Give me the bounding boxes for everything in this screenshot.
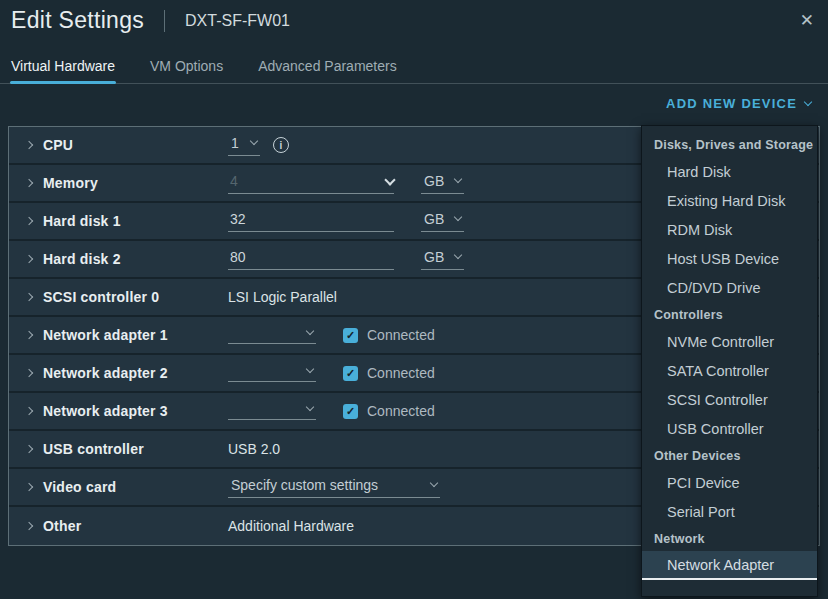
disk-size-input-wrap (228, 249, 394, 270)
other-hardware-value: Additional Hardware (228, 518, 354, 534)
menu-item-rdm-disk[interactable]: RDM Disk (642, 215, 817, 244)
connected-checkbox[interactable]: ✓ (343, 404, 358, 419)
row-expand-icon[interactable] (25, 483, 33, 491)
network-adapter-3-select[interactable] (228, 402, 316, 420)
chevron-down-icon (804, 97, 812, 105)
edit-settings-dialog: { "dialog": { "title": "Edit Settings", … (0, 0, 828, 599)
menu-item-scsi-controller[interactable]: SCSI Controller (642, 385, 817, 414)
network-adapter-2-select[interactable] (228, 364, 316, 382)
tab-label: VM Options (150, 58, 223, 74)
hard-disk-2-unit-select[interactable]: GB (421, 249, 464, 270)
menu-item-network-adapter[interactable]: Network Adapter (642, 551, 817, 580)
memory-unit-value: GB (424, 173, 444, 189)
row-label-cell: Video card (9, 479, 228, 495)
hard-disk-1-unit-select[interactable]: GB (421, 211, 464, 232)
row-expand-icon[interactable] (25, 522, 33, 530)
chevron-down-icon (306, 327, 314, 335)
row-label: Network adapter 2 (43, 365, 168, 381)
chevron-down-icon (430, 479, 438, 487)
tab-bar: Virtual Hardware VM Options Advanced Par… (0, 58, 828, 84)
tab-virtual-hardware[interactable]: Virtual Hardware (10, 58, 116, 83)
active-tab-underline (10, 81, 116, 84)
row-label: Video card (43, 479, 116, 495)
disk-unit-value: GB (424, 249, 444, 265)
row-label: Hard disk 2 (43, 251, 121, 267)
row-label-cell: Network adapter 3 (9, 403, 228, 419)
memory-input-wrap (228, 173, 394, 194)
video-card-value: Specify custom settings (231, 477, 378, 493)
menu-item-cd-dvd-drive[interactable]: CD/DVD Drive (642, 273, 817, 302)
row-label-cell: CPU (9, 137, 228, 153)
tab-label: Advanced Parameters (258, 58, 397, 74)
row-expand-icon[interactable] (25, 293, 33, 301)
tab-advanced-parameters[interactable]: Advanced Parameters (257, 58, 398, 83)
row-expand-icon[interactable] (25, 369, 33, 377)
row-label-cell: Hard disk 2 (9, 251, 228, 267)
menu-item-hard-disk[interactable]: Hard Disk (642, 157, 817, 186)
connected-label: Connected (367, 327, 435, 343)
row-expand-icon[interactable] (25, 407, 33, 415)
vm-name: DXT-SF-FW01 (185, 12, 290, 30)
row-expand-icon[interactable] (25, 331, 33, 339)
scsi-controller-type: LSI Logic Parallel (228, 289, 337, 305)
menu-item-serial-port[interactable]: Serial Port (642, 497, 817, 526)
menu-item-nvme-controller[interactable]: NVMe Controller (642, 327, 817, 356)
close-icon[interactable]: ✕ (800, 12, 814, 29)
info-icon[interactable]: i (273, 137, 289, 153)
memory-size-input (228, 173, 394, 194)
hard-disk-1-size-input[interactable] (228, 211, 394, 232)
memory-unit-select[interactable]: GB (421, 173, 464, 194)
row-label: Hard disk 1 (43, 213, 121, 229)
add-new-device-label: ADD NEW DEVICE (666, 96, 797, 111)
menu-item-pci-device[interactable]: PCI Device (642, 468, 817, 497)
dialog-header: Edit Settings DXT-SF-FW01 ✕ (0, 0, 828, 34)
add-device-menu: Disks, Drives and StorageHard DiskExisti… (641, 125, 818, 597)
menu-group-header: Disks, Drives and Storage (642, 132, 817, 157)
menu-group-header: Controllers (642, 302, 817, 327)
tab-label: Virtual Hardware (11, 58, 115, 74)
menu-item-existing-hard-disk[interactable]: Existing Hard Disk (642, 186, 817, 215)
tab-vm-options[interactable]: VM Options (149, 58, 224, 83)
menu-item-usb-controller[interactable]: USB Controller (642, 414, 817, 443)
connected-checkbox[interactable]: ✓ (343, 328, 358, 343)
disk-size-input-wrap (228, 211, 394, 232)
row-expand-icon[interactable] (25, 445, 33, 453)
chevron-down-icon (454, 213, 462, 221)
row-label-cell: SCSI controller 0 (9, 289, 228, 305)
menu-group-header: Network (642, 526, 817, 551)
chevron-down-icon (454, 251, 462, 259)
row-label: SCSI controller 0 (43, 289, 159, 305)
row-label: CPU (43, 137, 73, 153)
cpu-count-select[interactable]: 1 (228, 135, 260, 156)
network-adapter-1-select[interactable] (228, 326, 316, 344)
add-new-device-button[interactable]: ADD NEW DEVICE (666, 96, 811, 111)
row-expand-icon[interactable] (25, 141, 33, 149)
hard-disk-2-size-input[interactable] (228, 249, 394, 270)
connected-label: Connected (367, 403, 435, 419)
row-label-cell: Network adapter 1 (9, 327, 228, 343)
row-label-cell: Other (9, 518, 228, 534)
connected-checkbox[interactable]: ✓ (343, 366, 358, 381)
disk-unit-value: GB (424, 211, 444, 227)
row-label-cell: Network adapter 2 (9, 365, 228, 381)
row-label: Network adapter 1 (43, 327, 168, 343)
connected-label: Connected (367, 365, 435, 381)
row-label-cell: Memory (9, 175, 228, 191)
dialog-title: Edit Settings (11, 7, 144, 34)
row-label-cell: USB controller (9, 441, 228, 457)
menu-item-sata-controller[interactable]: SATA Controller (642, 356, 817, 385)
menu-item-host-usb-device[interactable]: Host USB Device (642, 244, 817, 273)
row-label-cell: Hard disk 1 (9, 213, 228, 229)
toolbar: ADD NEW DEVICE (0, 84, 828, 122)
row-expand-icon[interactable] (25, 255, 33, 263)
row-expand-icon[interactable] (25, 179, 33, 187)
row-label: Other (43, 518, 81, 534)
chevron-down-icon (454, 175, 462, 183)
row-expand-icon[interactable] (25, 217, 33, 225)
row-label: Network adapter 3 (43, 403, 168, 419)
chevron-down-icon (306, 403, 314, 411)
row-label: USB controller (43, 441, 144, 457)
video-card-select[interactable]: Specify custom settings (228, 477, 440, 498)
title-divider (164, 10, 165, 32)
chevron-down-icon (306, 365, 314, 373)
